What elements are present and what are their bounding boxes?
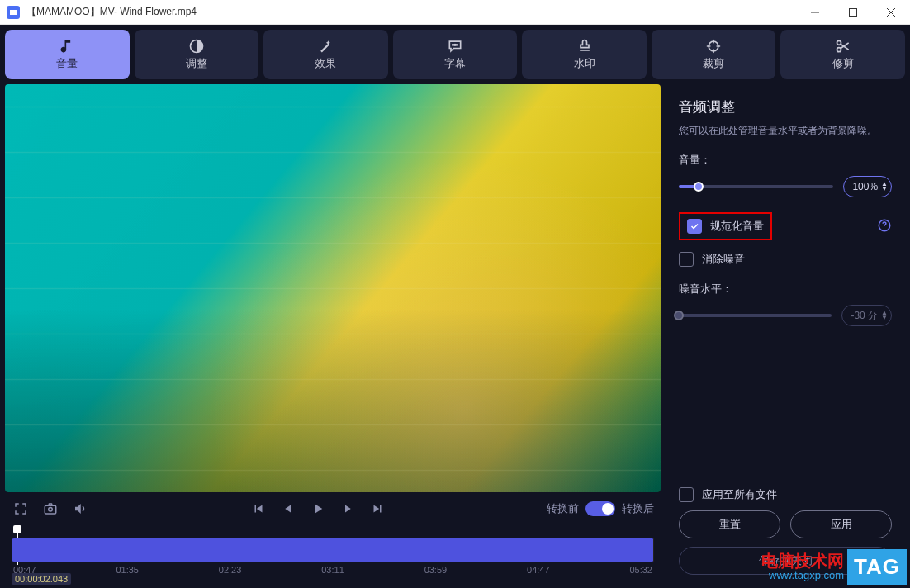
tab-crop[interactable]: 裁剪	[652, 30, 776, 79]
video-preview[interactable]	[5, 84, 661, 492]
svg-rect-1	[850, 8, 857, 16]
contrast-icon	[188, 38, 205, 55]
denoise-checkbox[interactable]	[679, 252, 694, 267]
current-timecode: 00:00:02.043	[12, 573, 71, 585]
window-close-button[interactable]	[872, 0, 910, 25]
tab-label: 调整	[186, 56, 207, 71]
tab-label: 修剪	[832, 56, 854, 71]
svg-point-4	[454, 45, 456, 46]
tab-volume[interactable]: 音量	[5, 30, 130, 79]
tab-label: 水印	[574, 56, 595, 71]
speech-bubble-icon	[447, 38, 463, 55]
playhead[interactable]	[13, 525, 21, 533]
crop-icon	[705, 38, 722, 55]
before-label: 转换前	[547, 501, 579, 516]
normalize-highlight: 规范化音量	[679, 212, 772, 240]
svg-point-8	[837, 48, 841, 52]
reset-button[interactable]: 重置	[679, 510, 780, 538]
noise-level-slider[interactable]	[679, 314, 832, 317]
tab-label: 字幕	[444, 56, 466, 71]
page-watermark: 电脑技术网 www.tagxp.com TAG	[761, 549, 907, 585]
preview-toggle[interactable]	[585, 501, 615, 516]
play-icon[interactable]	[309, 500, 327, 518]
svg-point-5	[457, 45, 458, 46]
skip-end-icon[interactable]	[368, 500, 386, 518]
timeline-ticks: 00:00:02.043 00:47 01:35 02:23 03:11 03:…	[12, 565, 654, 575]
volume-slider[interactable]	[679, 185, 833, 188]
scissors-icon	[835, 38, 851, 55]
tab-label: 效果	[315, 56, 336, 71]
timeline-track[interactable]	[12, 538, 654, 562]
skip-start-icon[interactable]	[249, 500, 268, 518]
apply-button[interactable]: 应用	[790, 510, 892, 538]
panel-title: 音频调整	[679, 97, 892, 116]
window-minimize-button[interactable]	[796, 0, 834, 25]
tool-tabs: 音量 调整 效果 字幕 水印 裁剪 修剪	[0, 25, 910, 79]
fullscreen-icon[interactable]	[12, 500, 30, 518]
noise-level-spinbox: -30 分 ▲▼	[841, 305, 892, 326]
svg-rect-9	[45, 505, 56, 514]
normalize-checkbox[interactable]	[687, 219, 702, 234]
apply-all-checkbox[interactable]	[679, 487, 694, 502]
wand-icon	[317, 38, 334, 55]
volume-label: 音量：	[679, 153, 892, 168]
denoise-label: 消除噪音	[702, 252, 745, 267]
music-note-icon	[59, 38, 75, 55]
audio-adjust-panel: 音频调整 您可以在此处管理音量水平或者为背景降噪。 音量： 100% ▲▼	[666, 84, 905, 583]
help-icon[interactable]	[877, 218, 892, 235]
after-label: 转换后	[622, 501, 654, 516]
svg-point-7	[837, 40, 841, 45]
app-icon	[7, 6, 20, 19]
chevron-updown-icon[interactable]: ▲▼	[881, 182, 888, 192]
noise-level-label: 噪音水平：	[679, 282, 892, 296]
volume-value-spinbox[interactable]: 100% ▲▼	[843, 176, 892, 197]
normalize-label: 规范化音量	[710, 219, 764, 234]
stamp-icon	[576, 38, 593, 55]
tab-label: 音量	[56, 56, 78, 71]
chevron-updown-icon: ▲▼	[881, 311, 888, 320]
timeline[interactable]: 00:00:02.043 00:47 01:35 02:23 03:11 03:…	[5, 525, 661, 583]
tab-subtitle[interactable]: 字幕	[393, 30, 518, 79]
snapshot-icon[interactable]	[41, 500, 59, 518]
tab-watermark[interactable]: 水印	[522, 30, 647, 79]
window-title: 【MAMAMOO】MV- Wind Flower.mp4	[26, 5, 796, 19]
tab-effect[interactable]: 效果	[263, 30, 388, 79]
prev-frame-icon[interactable]	[279, 500, 297, 518]
apply-all-label: 应用至所有文件	[702, 487, 777, 502]
tab-adjust[interactable]: 调整	[135, 30, 259, 79]
tab-trim[interactable]: 修剪	[780, 30, 905, 79]
tab-label: 裁剪	[703, 56, 724, 71]
next-frame-icon[interactable]	[339, 500, 357, 518]
panel-desc: 您可以在此处管理音量水平或者为背景降噪。	[679, 123, 892, 138]
audio-icon[interactable]	[71, 500, 89, 518]
svg-point-10	[49, 508, 53, 512]
svg-point-3	[453, 45, 454, 46]
window-maximize-button[interactable]	[834, 0, 872, 25]
